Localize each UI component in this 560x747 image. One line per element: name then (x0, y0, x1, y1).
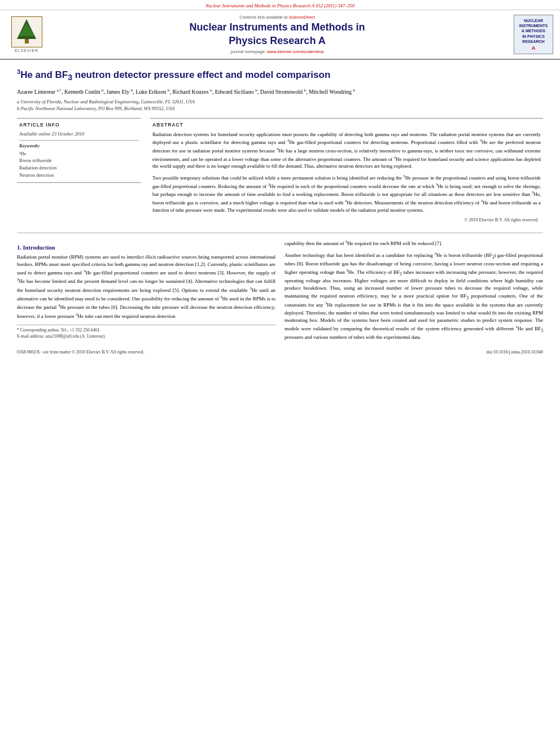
journal-main-title: Nuclear Instruments and Methods in Physi… (46, 21, 508, 47)
contents-available: Contents lists available at ScienceDirec… (46, 15, 508, 20)
elsevier-label: ELSEVIER (15, 49, 38, 53)
section1-paragraph-3: Another technology that has been identif… (285, 251, 543, 342)
main-content: 1. Introduction Radiation portal monitor… (17, 239, 543, 345)
footnote-corresponding: * Corresponding author. Tel.: +1 352 256… (17, 327, 275, 334)
keyword-he3: ³He (19, 150, 139, 158)
affiliation-a: a University of Florida, Nuclear and Rad… (17, 99, 543, 106)
section1-title: 1. Introduction (17, 244, 275, 251)
section1-paragraph-1: Radiation portal monitor (RPM) systems a… (17, 254, 275, 321)
article-body: 3He and BF3 neutron detector pressure ef… (0, 60, 560, 364)
copyright: © 2010 Elsevier B.V. All rights reserved… (152, 217, 541, 222)
article-info-box: ARTICLE INFO Available online 23 October… (17, 118, 141, 183)
journal-logo-box: NUCLEARINSTRUMENTS& METHODSIN PHYSICSRES… (514, 15, 553, 54)
abstract-box: ABSTRACT Radiation detection systems for… (150, 118, 543, 226)
footnote-email: E-mail address: azu21088@ufl.edu (A. Lin… (17, 334, 275, 340)
top-bar: Nuclear Instruments and Methods in Physi… (0, 0, 560, 10)
abstract-column: ABSTRACT Radiation detection systems for… (150, 118, 543, 226)
journal-logo-right: NUCLEARINSTRUMENTS& METHODSIN PHYSICSRES… (508, 15, 553, 54)
article-info-header: ARTICLE INFO (19, 122, 139, 128)
keyword-neutron: Neutron detection (19, 172, 139, 179)
affiliations: a University of Florida, Nuclear and Rad… (17, 99, 543, 112)
abstract-paragraph-1: Radiation detection systems for homeland… (152, 131, 541, 171)
keywords-label: Keywords: (19, 143, 139, 148)
footnote-area: * Corresponding author. Tel.: +1 352 256… (17, 325, 275, 340)
section1-paragraph-2: capability then the amount of 3He requir… (285, 239, 543, 247)
keyword-radiation: Radiation detection (19, 164, 139, 172)
section-divider (17, 233, 543, 233)
journal-citation: Nuclear Instruments and Methods in Physi… (205, 3, 355, 8)
elsevier-tree-icon (11, 16, 42, 47)
footer-issn: 0168-9002/$ - see front matter © 2010 El… (17, 350, 144, 356)
journal-header: ELSEVIER Contents lists available at Sci… (0, 10, 560, 60)
footer-doi: doi:10.1016/j.nima.2010.10.040 (487, 350, 543, 356)
abstract-paragraph-2: Two possible temporary solutions that co… (152, 173, 541, 213)
journal-homepage: journal homepage: www.elsevier.com/locat… (46, 49, 508, 54)
abstract-header: ABSTRACT (152, 122, 541, 128)
main-col-left: 1. Introduction Radiation portal monitor… (17, 239, 275, 345)
available-online: Available online 23 October 2010 (19, 131, 139, 137)
keyword-boron: Boron trifluoride (19, 157, 139, 164)
authors-list: Azaree Lintereur a,*, Kenneth Conlin b, … (17, 88, 543, 95)
main-col-right: capability then the amount of 3He requir… (285, 239, 543, 345)
article-info-column: ARTICLE INFO Available online 23 October… (17, 118, 141, 226)
affiliation-b: b Pacific Northwest National Laboratory,… (17, 106, 543, 112)
logo-text: NUCLEARINSTRUMENTS& METHODSIN PHYSICSRES… (519, 18, 548, 43)
sciencedirect-link[interactable]: ScienceDirect (288, 15, 314, 20)
homepage-url[interactable]: www.elsevier.com/locate/nima (267, 49, 323, 54)
logo-letter: A (532, 45, 536, 51)
bottom-footer: 0168-9002/$ - see front matter © 2010 El… (17, 350, 543, 356)
elsevier-logo: ELSEVIER (7, 16, 46, 53)
article-title: 3He and BF3 neutron detector pressure ef… (17, 68, 543, 82)
info-abstract-section: ARTICLE INFO Available online 23 October… (17, 118, 543, 226)
journal-title-center: Contents lists available at ScienceDirec… (46, 15, 508, 54)
